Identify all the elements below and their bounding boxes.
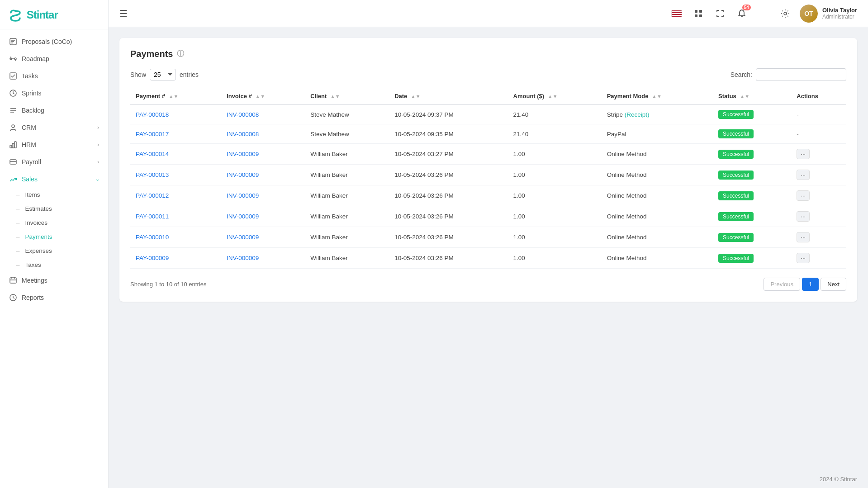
invoice-num-link[interactable]: INV-000008 <box>227 111 259 118</box>
invoice-num-link[interactable]: INV-000008 <box>227 131 259 137</box>
status-cell: Successful <box>713 124 791 144</box>
status-cell: Successful <box>713 104 791 124</box>
action-menu-button[interactable]: ··· <box>797 211 810 222</box>
sidebar-subitem-taxes[interactable]: Taxes <box>0 258 108 272</box>
sidebar-item-hrm[interactable]: HRM › <box>0 136 108 153</box>
col-payment-mode[interactable]: Payment Mode ▲▼ <box>602 88 713 104</box>
sort-icon-amount: ▲▼ <box>548 94 558 99</box>
payment-num-link[interactable]: PAY-000017 <box>136 131 169 137</box>
page-1-button[interactable]: 1 <box>802 278 819 291</box>
sidebar-item-backlog[interactable]: Backlog <box>0 102 108 119</box>
sidebar-subitem-payments[interactable]: Payments <box>0 230 108 244</box>
payment-mode-cell: Online Method <box>602 248 713 269</box>
invoice-num-link[interactable]: INV-000009 <box>227 151 259 157</box>
no-action-dash: - <box>797 111 799 118</box>
language-selector[interactable] <box>669 6 684 21</box>
actions-cell: - <box>791 104 846 124</box>
payment-mode-cell: Stripe (Receipt) <box>602 104 713 124</box>
notifications-button[interactable]: 54 <box>735 6 749 21</box>
avatar: OT <box>800 5 818 23</box>
sidebar-sublabel-estimates: Estimates <box>25 205 52 212</box>
sidebar-subitem-items[interactable]: Items <box>0 188 108 202</box>
col-status[interactable]: Status ▲▼ <box>713 88 791 104</box>
col-amount[interactable]: Amount ($) ▲▼ <box>508 88 602 104</box>
sidebar-item-crm[interactable]: CRM › <box>0 119 108 136</box>
status-badge: Successful <box>718 233 754 242</box>
sidebar-item-payroll[interactable]: Payroll › <box>0 153 108 171</box>
header-right: 54 OT Olivia Taylor Administrator <box>669 5 857 23</box>
payment-num-link[interactable]: PAY-000013 <box>136 171 169 178</box>
next-button[interactable]: Next <box>821 278 846 291</box>
invoice-num-link[interactable]: INV-000009 <box>227 234 259 241</box>
search-input[interactable] <box>756 68 846 81</box>
show-label: Show <box>130 71 146 78</box>
notification-badge: 54 <box>742 5 751 10</box>
info-icon[interactable]: ⓘ <box>177 49 184 59</box>
invoice-num-link[interactable]: INV-000009 <box>227 171 259 178</box>
payment-num-link[interactable]: PAY-000010 <box>136 234 169 241</box>
payment-num-link[interactable]: PAY-000011 <box>136 213 169 220</box>
hrm-arrow-icon: › <box>97 142 99 148</box>
sidebar-label-proposals: Proposals (CoCo) <box>22 38 72 45</box>
sidebar-subitem-expenses[interactable]: Expenses <box>0 244 108 258</box>
header: ☰ 54 <box>109 0 868 27</box>
entries-select[interactable]: 25 10 50 100 <box>150 69 176 81</box>
svg-rect-17 <box>14 142 16 148</box>
invoice-num-link[interactable]: INV-000009 <box>227 192 259 199</box>
entries-label: entries <box>180 71 199 78</box>
invoice-num-link[interactable]: INV-000009 <box>227 255 259 261</box>
sidebar-item-sprints[interactable]: Sprints <box>0 85 108 102</box>
action-menu-button[interactable]: ··· <box>797 190 810 201</box>
svg-rect-26 <box>695 10 697 13</box>
sidebar-subitem-estimates[interactable]: Estimates <box>0 202 108 216</box>
col-date[interactable]: Date ▲▼ <box>389 88 508 104</box>
client-cell: William Baker <box>305 227 389 248</box>
amount-cell: 21.40 <box>508 124 602 144</box>
action-menu-button[interactable]: ··· <box>797 170 810 180</box>
payment-num-link[interactable]: PAY-000014 <box>136 151 169 157</box>
col-client[interactable]: Client ▲▼ <box>305 88 389 104</box>
sidebar-item-tasks[interactable]: Tasks <box>0 67 108 85</box>
sidebar-item-roadmap[interactable]: Roadmap <box>0 50 108 67</box>
user-menu[interactable]: OT Olivia Taylor Administrator <box>800 5 857 23</box>
status-badge: Successful <box>718 212 754 221</box>
sidebar-item-sales[interactable]: Sales ⌵ <box>0 171 108 188</box>
payment-num-link[interactable]: PAY-000018 <box>136 111 169 118</box>
svg-rect-16 <box>12 143 14 148</box>
receipt-link[interactable]: (Receipt) <box>625 111 650 118</box>
col-invoice-num[interactable]: Invoice # ▲▼ <box>221 88 305 104</box>
sidebar-label-reports: Reports <box>22 294 44 301</box>
payment-mode-cell: PayPal <box>602 124 713 144</box>
apps-button[interactable] <box>691 6 706 21</box>
status-cell: Successful <box>713 185 791 206</box>
sidebar-item-meetings[interactable]: Meetings <box>0 272 108 289</box>
sidebar-item-proposals[interactable]: Proposals (CoCo) <box>0 33 108 50</box>
previous-button[interactable]: Previous <box>764 278 800 291</box>
page-footer: 2024 © Stintar <box>109 470 868 488</box>
sidebar: Stintar Proposals (CoCo) Roadmap Tasks S… <box>0 0 109 488</box>
invoice-num-link[interactable]: INV-000009 <box>227 213 259 220</box>
col-payment-num[interactable]: Payment # ▲▼ <box>130 88 221 104</box>
svg-rect-18 <box>10 160 16 164</box>
sidebar-label-hrm: HRM <box>22 141 36 148</box>
status-badge: Successful <box>718 171 754 180</box>
payment-num-link[interactable]: PAY-000012 <box>136 192 169 199</box>
payment-num-link[interactable]: PAY-000009 <box>136 255 169 261</box>
table-footer: Showing 1 to 10 of 10 entries Previous 1… <box>130 278 846 291</box>
sidebar-subitem-invoices[interactable]: Invoices <box>0 216 108 230</box>
sidebar-label-sales: Sales <box>22 175 38 183</box>
flag-us-icon <box>671 10 682 17</box>
menu-toggle-button[interactable]: ☰ <box>119 8 128 19</box>
action-menu-button[interactable]: ··· <box>797 253 810 263</box>
action-menu-button[interactable]: ··· <box>797 232 810 242</box>
fullscreen-button[interactable] <box>713 6 727 21</box>
dark-mode-button[interactable] <box>756 6 771 21</box>
sort-icon-payment-num: ▲▼ <box>169 94 179 99</box>
settings-button[interactable] <box>778 6 792 21</box>
table-row: PAY-000018INV-000008Steve Mathew10-05-20… <box>130 104 846 124</box>
sidebar-item-reports[interactable]: Reports <box>0 289 108 306</box>
action-menu-button[interactable]: ··· <box>797 149 810 159</box>
client-cell: Steve Mathew <box>305 124 389 144</box>
sort-icon-client: ▲▼ <box>330 94 340 99</box>
payment-mode-cell: Online Method <box>602 206 713 227</box>
